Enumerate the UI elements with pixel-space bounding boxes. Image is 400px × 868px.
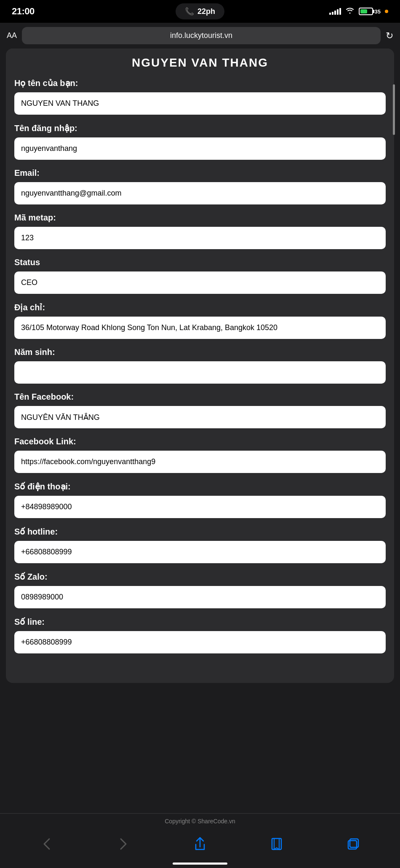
call-icon: 📞 [185, 7, 194, 16]
tabs-button[interactable] [341, 834, 366, 854]
browser-bar: AA info.luckytourist.vn ↻ [0, 23, 400, 48]
battery-icon [359, 8, 373, 15]
label-phone: Số điện thoại: [14, 481, 386, 492]
url-bar[interactable]: info.luckytourist.vn [22, 27, 381, 44]
signal-bar-4 [337, 9, 339, 15]
input-metap[interactable] [14, 227, 386, 249]
form-group-status: Status [14, 258, 386, 294]
input-email[interactable] [14, 182, 386, 204]
aa-button[interactable]: AA [7, 31, 17, 40]
form-group-birth-year: Năm sinh: [14, 347, 386, 384]
form-group-phone: Số điện thoại: [14, 481, 386, 518]
call-pill: 📞 22ph [176, 3, 224, 19]
label-email: Email: [14, 168, 386, 178]
call-indicator: 📞 22ph [176, 3, 224, 19]
bottom-bar: Copyright © ShareCode.vn [0, 813, 400, 868]
label-facebook-name: Tên Facebook: [14, 392, 386, 402]
signal-bar-2 [332, 12, 333, 15]
label-full-name: Họ tên của bạn: [14, 78, 386, 88]
form-group-address: Địa chỉ: [14, 302, 386, 339]
refresh-button[interactable]: ↻ [386, 30, 393, 41]
back-button[interactable] [34, 834, 59, 854]
form-group-hotline: Số hotline: [14, 527, 386, 563]
label-line: Số line: [14, 617, 386, 627]
label-facebook-link: Facebook Link: [14, 437, 386, 446]
signal-bar-5 [339, 8, 341, 15]
copyright-label: Copyright © ShareCode.vn [165, 818, 235, 825]
input-facebook-name[interactable] [14, 406, 386, 428]
form-group-username: Tên đăng nhập: [14, 123, 386, 160]
label-birth-year: Năm sinh: [14, 347, 386, 357]
main-content: NGUYEN VAN THANG Họ tên của bạn: Tên đăn… [6, 48, 394, 683]
url-text: info.luckytourist.vn [170, 31, 232, 40]
signal-bar-1 [329, 13, 331, 15]
signal-bar-3 [334, 11, 336, 15]
status-bar: 21:00 📞 22ph 35 [0, 0, 400, 23]
call-duration: 22ph [197, 7, 215, 16]
page-title: NGUYEN VAN THANG [14, 56, 386, 70]
page-title-area: NGUYEN VAN THANG [6, 48, 394, 74]
input-address[interactable] [14, 317, 386, 339]
form-group-zalo: Số Zalo: [14, 572, 386, 608]
input-username[interactable] [14, 137, 386, 160]
url-domain: info.luckytourist.vn [170, 31, 232, 40]
form-container: Họ tên của bạn: Tên đăng nhập: Email: Mã… [6, 74, 394, 670]
input-hotline[interactable] [14, 541, 386, 563]
input-line[interactable] [14, 631, 386, 653]
home-indicator [173, 863, 227, 865]
form-group-facebook-link: Facebook Link: [14, 437, 386, 473]
forward-button[interactable] [111, 834, 136, 854]
label-status: Status [14, 258, 386, 267]
scrollbar[interactable] [393, 84, 395, 135]
label-metap: Mã metap: [14, 213, 386, 223]
input-birth-year[interactable] [14, 361, 386, 384]
input-phone[interactable] [14, 496, 386, 518]
share-button[interactable] [187, 834, 213, 854]
copyright-text: Copyright © ShareCode.vn [0, 814, 400, 829]
input-status[interactable] [14, 271, 386, 294]
input-facebook-link[interactable] [14, 451, 386, 473]
battery-fill [360, 9, 367, 13]
orange-dot [385, 10, 388, 13]
form-group-email: Email: [14, 168, 386, 204]
input-full-name[interactable] [14, 92, 386, 115]
bookmarks-button[interactable] [264, 834, 289, 854]
label-address: Địa chỉ: [14, 302, 386, 312]
label-hotline: Số hotline: [14, 527, 386, 537]
wifi-icon [345, 7, 355, 16]
status-right-icons: 35 [329, 7, 388, 16]
label-username: Tên đăng nhập: [14, 123, 386, 133]
battery-indicator: 35 [359, 8, 381, 15]
status-time: 21:00 [12, 6, 35, 17]
battery-percent: 35 [375, 8, 381, 15]
form-group-metap: Mã metap: [14, 213, 386, 249]
form-group-facebook-name: Tên Facebook: [14, 392, 386, 428]
form-group-line: Số line: [14, 617, 386, 653]
label-zalo: Số Zalo: [14, 572, 386, 582]
bottom-navigation [0, 829, 400, 861]
form-group-full-name: Họ tên của bạn: [14, 78, 386, 115]
input-zalo[interactable] [14, 586, 386, 608]
signal-bars [329, 8, 341, 15]
